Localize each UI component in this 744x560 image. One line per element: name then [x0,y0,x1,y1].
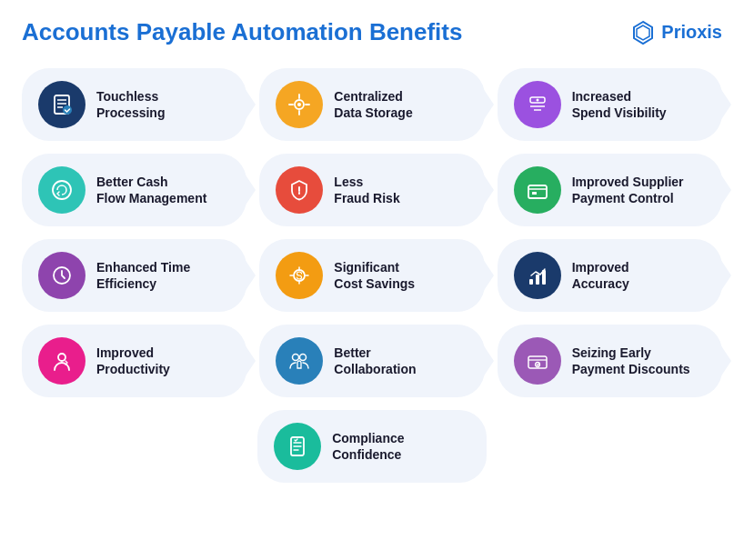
card-centralized-data: CentralizedData Storage [259,68,484,141]
accuracy-icon [514,252,561,299]
compliance-label: ComplianceConfidence [332,430,404,463]
logo-icon [630,20,656,45]
card-compliance: ComplianceConfidence [257,410,487,483]
cost-icon [276,252,323,299]
centralized-icon [276,81,323,128]
fraud-icon [276,166,323,214]
collaboration-icon [276,337,323,385]
accuracy-label: ImprovedAccuracy [572,259,629,292]
card-touchless-processing: TouchlessProcessing [22,68,246,141]
early-payment-label: Seizing EarlyPayment Discounts [572,345,690,377]
page-header: Accounts Payable Automation Benefits Pri… [22,18,722,46]
spend-icon [514,81,561,128]
productivity-label: ImprovedProductivity [96,345,170,377]
fraud-label: LessFraud Risk [334,174,399,206]
benefits-grid: TouchlessProcessing CentralizedData Stor… [22,68,722,397]
svg-point-18 [300,355,307,361]
svg-rect-13 [529,279,533,285]
productivity-icon [38,337,85,385]
card-collaboration: BetterCollaboration [259,325,484,397]
time-icon [38,252,85,299]
svg-rect-10 [532,192,537,195]
spend-label: IncreasedSpend Visibility [572,88,667,121]
touchless-label: TouchlessProcessing [96,88,165,121]
card-spend-visibility: IncreasedSpend Visibility [498,68,722,141]
cashflow-label: Better CashFlow Management [96,174,206,206]
card-accuracy: ImprovedAccuracy [498,239,722,312]
last-row: ComplianceConfidence [22,410,722,483]
svg-rect-14 [536,275,539,285]
svg-point-8 [53,181,71,199]
cashflow-icon [38,166,85,214]
svg-rect-9 [528,185,547,198]
svg-point-7 [536,99,538,102]
card-supplier-payment: Improved SupplierPayment Control [498,154,722,226]
collaboration-label: BetterCollaboration [334,345,416,377]
card-time-efficiency: Enhanced TimeEfficiency [22,239,246,312]
page-title: Accounts Payable Automation Benefits [22,18,462,46]
svg-point-4 [63,105,72,115]
centralized-label: CentralizedData Storage [334,88,412,121]
card-early-payment: Seizing EarlyPayment Discounts [498,325,722,397]
early-payment-icon [514,337,561,385]
card-cost-savings: SignificantCost Savings [259,239,484,312]
time-label: Enhanced TimeEfficiency [96,259,190,292]
cost-label: SignificantCost Savings [334,259,415,292]
touchless-icon [38,81,85,128]
supplier-icon [514,166,561,214]
card-fraud-risk: LessFraud Risk [259,154,484,226]
svg-point-17 [293,355,299,361]
card-productivity: ImprovedProductivity [22,325,246,397]
logo-text: Prioxis [661,22,722,43]
logo: Prioxis [630,20,722,45]
svg-point-16 [58,354,65,361]
card-cash-flow: Better CashFlow Management [22,154,246,226]
supplier-label: Improved SupplierPayment Control [572,174,684,206]
compliance-icon [274,423,321,470]
svg-point-6 [297,103,301,106]
